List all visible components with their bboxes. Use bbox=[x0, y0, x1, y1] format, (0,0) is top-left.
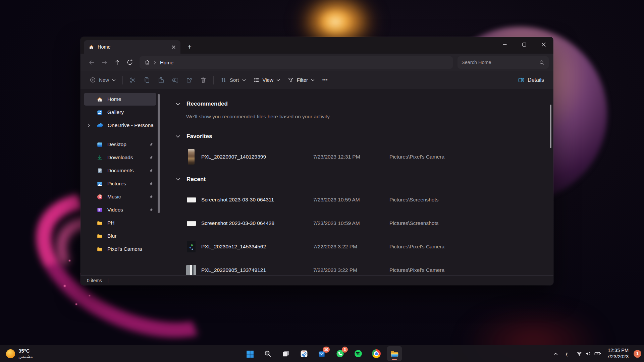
tab-title: Home bbox=[98, 44, 166, 50]
section-title: Recommended bbox=[186, 101, 228, 107]
section-recent-header[interactable]: Recent bbox=[176, 174, 543, 185]
pictures-icon bbox=[97, 181, 103, 187]
section-recommended-header[interactable]: Recommended bbox=[176, 99, 543, 109]
home-breadcrumb-icon bbox=[144, 59, 150, 65]
close-window-button[interactable] bbox=[534, 37, 553, 52]
address-bar[interactable]: Home bbox=[140, 56, 453, 69]
cut-icon bbox=[129, 77, 136, 83]
whatsapp-button[interactable]: 3 bbox=[333, 346, 347, 361]
new-button[interactable]: New bbox=[86, 73, 119, 87]
wallpaper-dot bbox=[64, 285, 66, 287]
chevron-down-icon bbox=[176, 135, 180, 138]
sidebar-item-videos[interactable]: Videos bbox=[84, 203, 156, 216]
search-icon bbox=[264, 350, 272, 358]
sidebar-item-downloads[interactable]: Downloads bbox=[84, 151, 156, 164]
chevron-down-icon bbox=[112, 79, 116, 81]
file-thumbnail bbox=[186, 149, 197, 165]
sidebar-item-desktop[interactable]: Desktop bbox=[84, 138, 156, 151]
minimize-button[interactable] bbox=[495, 37, 515, 52]
tab-close-button[interactable] bbox=[169, 43, 178, 51]
chrome-icon bbox=[372, 349, 381, 358]
paste-button[interactable] bbox=[154, 73, 168, 87]
details-toggle-button[interactable]: Details bbox=[514, 73, 548, 87]
snipping-tool-button[interactable] bbox=[297, 346, 311, 361]
wifi-icon bbox=[576, 350, 583, 357]
language-indicator[interactable]: ع bbox=[561, 347, 573, 360]
file-date: 7/22/2023 3:22 PM bbox=[313, 244, 389, 250]
sidebar-separator bbox=[86, 135, 154, 135]
chevron-down-icon bbox=[176, 178, 180, 181]
start-button[interactable] bbox=[242, 346, 257, 361]
sort-button-label: Sort bbox=[230, 77, 239, 83]
view-button-label: View bbox=[263, 77, 273, 83]
sidebar-item-pixels-camera[interactable]: Pixel's Camera bbox=[84, 243, 156, 255]
maximize-button[interactable] bbox=[515, 37, 534, 52]
share-button[interactable] bbox=[182, 73, 196, 87]
details-button-label: Details bbox=[528, 77, 544, 83]
section-favorites-header[interactable]: Favorites bbox=[176, 131, 543, 142]
tab-home[interactable]: Home bbox=[84, 40, 180, 54]
battery-icon bbox=[594, 350, 601, 357]
network-volume-battery-button[interactable] bbox=[574, 347, 604, 360]
file-location: Pictures\Pixel's Camera bbox=[389, 244, 444, 250]
file-row[interactable]: PXL_20230512_145334562 7/22/2023 3:22 PM… bbox=[176, 235, 543, 258]
file-row[interactable]: PXL_20220907_140129399 7/23/2023 12:31 P… bbox=[176, 145, 543, 169]
breadcrumb-home[interactable]: Home bbox=[160, 60, 173, 65]
see-more-button[interactable]: ••• bbox=[318, 77, 332, 82]
spotify-button[interactable] bbox=[351, 346, 366, 361]
copy-button[interactable] bbox=[140, 73, 154, 87]
sidebar-item-gallery[interactable]: Gallery bbox=[84, 106, 156, 119]
toolbar-separator bbox=[213, 76, 214, 84]
cut-button[interactable] bbox=[126, 73, 140, 87]
new-tab-button[interactable]: + bbox=[184, 42, 195, 52]
back-button[interactable] bbox=[85, 56, 98, 68]
filter-button[interactable]: Filter bbox=[284, 73, 318, 87]
task-view-button[interactable] bbox=[278, 346, 293, 361]
sort-button[interactable]: Sort bbox=[217, 73, 250, 87]
up-button[interactable] bbox=[111, 56, 123, 68]
wallpaper-dot bbox=[89, 295, 90, 296]
sidebar-item-ph[interactable]: PH bbox=[84, 217, 156, 229]
file-explorer-button[interactable] bbox=[387, 346, 402, 361]
clock-widget[interactable]: 12:35 PM 7/23/2023 bbox=[604, 347, 631, 360]
onedrive-icon bbox=[97, 122, 103, 129]
refresh-button[interactable] bbox=[123, 56, 136, 68]
search-box[interactable] bbox=[458, 56, 549, 69]
sidebar-item-documents[interactable]: Documents bbox=[84, 164, 156, 177]
sidebar-item-onedrive[interactable]: OneDrive - Personal bbox=[84, 119, 156, 132]
delete-button[interactable] bbox=[196, 73, 210, 87]
sidebar-item-music[interactable]: Music bbox=[84, 190, 156, 203]
chevron-up-icon bbox=[553, 352, 558, 355]
status-bar: 0 items | bbox=[80, 275, 553, 285]
window-body: Home Gallery OneDrive - P bbox=[80, 89, 553, 275]
chrome-button[interactable] bbox=[369, 346, 384, 361]
forward-icon bbox=[101, 59, 108, 66]
home-icon bbox=[97, 96, 103, 103]
notification-badge[interactable]: 1 bbox=[634, 350, 641, 358]
sidebar-item-pictures[interactable]: Pictures bbox=[84, 177, 156, 190]
refresh-icon bbox=[126, 59, 133, 66]
sidebar-item-blur[interactable]: Blur bbox=[84, 230, 156, 242]
file-row[interactable]: Screenshot 2023-03-30 064311 7/23/2023 1… bbox=[176, 188, 543, 212]
sidebar-item-label: Music bbox=[107, 194, 144, 200]
tray-overflow-button[interactable] bbox=[551, 347, 560, 360]
back-icon bbox=[88, 59, 95, 66]
content-scrollbar[interactable] bbox=[550, 105, 551, 148]
sidebar-item-label: Desktop bbox=[107, 141, 144, 147]
chevron-down-icon bbox=[311, 79, 315, 81]
taskbar-search-button[interactable] bbox=[260, 346, 275, 361]
sidebar-item-home[interactable]: Home bbox=[84, 93, 156, 106]
search-input[interactable] bbox=[462, 60, 539, 65]
maximize-icon bbox=[522, 43, 526, 47]
mail-button[interactable]: 10 bbox=[315, 346, 329, 361]
wallpaper-dot bbox=[69, 260, 70, 261]
expand-chevron-icon[interactable] bbox=[88, 123, 90, 127]
sidebar-scrollbar[interactable] bbox=[158, 94, 160, 213]
view-button[interactable]: View bbox=[250, 73, 284, 87]
rename-button[interactable] bbox=[168, 73, 182, 87]
file-row[interactable]: PXL_20220905_133749121 7/22/2023 3:22 PM… bbox=[176, 258, 543, 275]
file-row[interactable]: Screenshot 2023-03-30 064428 7/23/2023 1… bbox=[176, 212, 543, 235]
file-thumbnail bbox=[186, 221, 197, 226]
sidebar-item-label: OneDrive - Personal bbox=[108, 122, 154, 128]
forward-button[interactable] bbox=[98, 56, 111, 68]
